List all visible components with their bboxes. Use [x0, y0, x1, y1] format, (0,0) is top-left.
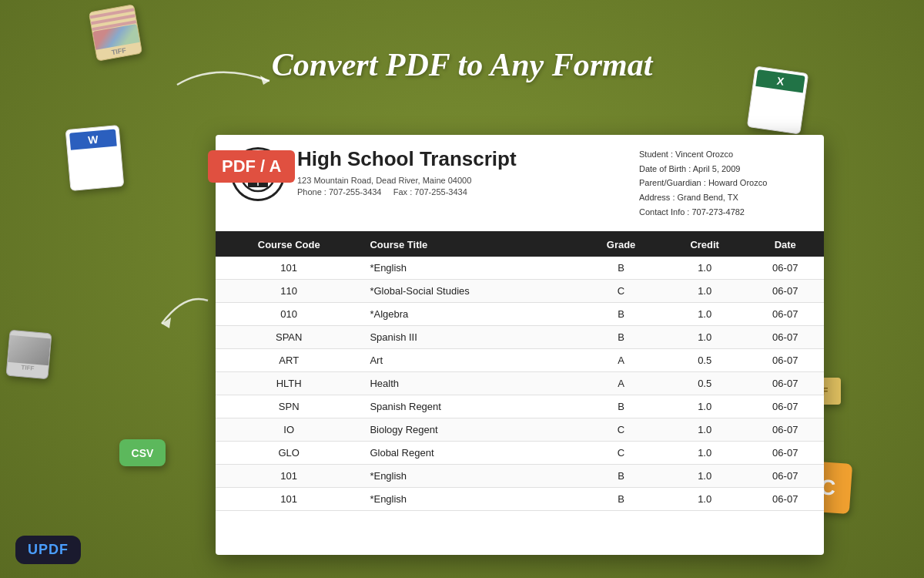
csv-label: CSV [132, 447, 154, 459]
cell-credit: 1.0 [663, 395, 747, 418]
cell-code: SPN [216, 395, 362, 418]
col-title: Course Title [362, 233, 579, 257]
cell-credit: 1.0 [663, 442, 747, 465]
cell-code: GLO [216, 442, 362, 465]
cell-grade: B [579, 303, 663, 326]
col-date: Date [746, 233, 824, 257]
table-row: 110 *Global-Social Studies C 1.0 06-07 [216, 280, 824, 303]
cell-credit: 1.0 [663, 465, 747, 488]
cell-code: 101 [216, 465, 362, 488]
cell-title: Health [362, 372, 579, 395]
cell-title: Art [362, 349, 579, 372]
cell-credit: 1.0 [663, 257, 747, 280]
cell-date: 06-07 [746, 349, 824, 372]
doc-title-area: High School Transcript 123 Mountain Road… [297, 147, 627, 197]
excel-icon: X [747, 66, 808, 135]
document-card: ★ ★ ★ High School Transcript 123 Mountai… [216, 135, 824, 555]
cell-code: 010 [216, 303, 362, 326]
cell-credit: 1.0 [663, 326, 747, 349]
pdf-badge-label: PDF / A [222, 156, 281, 176]
cell-grade: A [579, 372, 663, 395]
cell-title: Spanish III [362, 326, 579, 349]
doc-main-title: High School Transcript [297, 147, 627, 171]
cell-grade: C [579, 418, 663, 442]
student-contact: Contact Info : 707-273-4782 [639, 205, 808, 220]
table-row: 101 *English B 1.0 06-07 [216, 257, 824, 280]
cell-date: 06-07 [746, 395, 824, 418]
cell-code: 110 [216, 280, 362, 303]
cell-date: 06-07 [746, 280, 824, 303]
doc-address: 123 Mountain Road, Dead River, Maine 040… [297, 176, 627, 185]
student-guardian: Parent/Guardian : Howard Orozco [639, 176, 808, 190]
cell-grade: B [579, 257, 663, 280]
csv-icon: CSV [119, 439, 166, 466]
cell-date: 06-07 [746, 372, 824, 395]
doc-phone: Phone : 707-255-3434 Fax : 707-255-3434 [297, 187, 627, 197]
cell-title: *English [362, 488, 579, 511]
table-body: 101 *English B 1.0 06-07 110 *Global-Soc… [216, 257, 824, 511]
student-dob: Date of Birth : April 5, 2009 [639, 162, 808, 176]
cell-credit: 1.0 [663, 418, 747, 442]
cell-title: Global Regent [362, 442, 579, 465]
pdf-badge: PDF / A [208, 150, 295, 183]
cell-code: 101 [216, 488, 362, 511]
cell-title: *English [362, 465, 579, 488]
main-title: Convert PDF to Any Format [272, 46, 653, 83]
cell-credit: 1.0 [663, 303, 747, 326]
cell-date: 06-07 [746, 303, 824, 326]
word-icon-label: W [88, 133, 99, 146]
cell-credit: 0.5 [663, 372, 747, 395]
cell-date: 06-07 [746, 257, 824, 280]
cell-code: SPAN [216, 326, 362, 349]
tiff-icon: TIFF [89, 4, 142, 61]
cell-date: 06-07 [746, 465, 824, 488]
table-row: 101 *English B 1.0 06-07 [216, 488, 824, 511]
table-header: Course Code Course Title Grade Credit Da… [216, 233, 824, 257]
doc-header: ★ ★ ★ High School Transcript 123 Mountai… [216, 135, 824, 233]
cell-date: 06-07 [746, 418, 824, 442]
student-name: Student : Vincent Orozco [639, 147, 808, 162]
cell-date: 06-07 [746, 326, 824, 349]
cell-title: *Algebra [362, 303, 579, 326]
tiff2-icon: TIFF [5, 330, 52, 380]
cell-grade: B [579, 465, 663, 488]
cell-credit: 1.0 [663, 280, 747, 303]
table-row: 010 *Algebra B 1.0 06-07 [216, 303, 824, 326]
cell-date: 06-07 [746, 442, 824, 465]
cell-title: Biology Regent [362, 418, 579, 442]
cell-grade: B [579, 395, 663, 418]
table-row: IO Biology Regent C 1.0 06-07 [216, 418, 824, 442]
cell-code: 101 [216, 257, 362, 280]
cell-code: ART [216, 349, 362, 372]
excel-label: X [776, 75, 785, 88]
col-credit: Credit [663, 233, 747, 257]
table-row: HLTH Health A 0.5 06-07 [216, 372, 824, 395]
cell-grade: C [579, 442, 663, 465]
cell-code: IO [216, 418, 362, 442]
word-icon: W [65, 125, 125, 191]
cell-grade: B [579, 326, 663, 349]
cell-credit: 0.5 [663, 349, 747, 372]
table-row: SPAN Spanish III B 1.0 06-07 [216, 326, 824, 349]
cell-grade: B [579, 488, 663, 511]
student-info: Student : Vincent Orozco Date of Birth :… [639, 147, 808, 219]
cell-grade: C [579, 280, 663, 303]
cell-date: 06-07 [746, 488, 824, 511]
col-code: Course Code [216, 233, 362, 257]
col-grade: Grade [579, 233, 663, 257]
cell-grade: A [579, 349, 663, 372]
cell-credit: 1.0 [663, 488, 747, 511]
table-row: GLO Global Regent C 1.0 06-07 [216, 442, 824, 465]
transcript-table: Course Code Course Title Grade Credit Da… [216, 233, 824, 511]
cell-title: *Global-Social Studies [362, 280, 579, 303]
table-row: SPN Spanish Regent B 1.0 06-07 [216, 395, 824, 418]
cell-code: HLTH [216, 372, 362, 395]
cell-title: Spanish Regent [362, 395, 579, 418]
updf-logo: UPDF [15, 536, 81, 564]
student-address: Address : Grand Bend, TX [639, 190, 808, 205]
table-row: ART Art A 0.5 06-07 [216, 349, 824, 372]
table-row: 101 *English B 1.0 06-07 [216, 465, 824, 488]
cell-title: *English [362, 257, 579, 280]
